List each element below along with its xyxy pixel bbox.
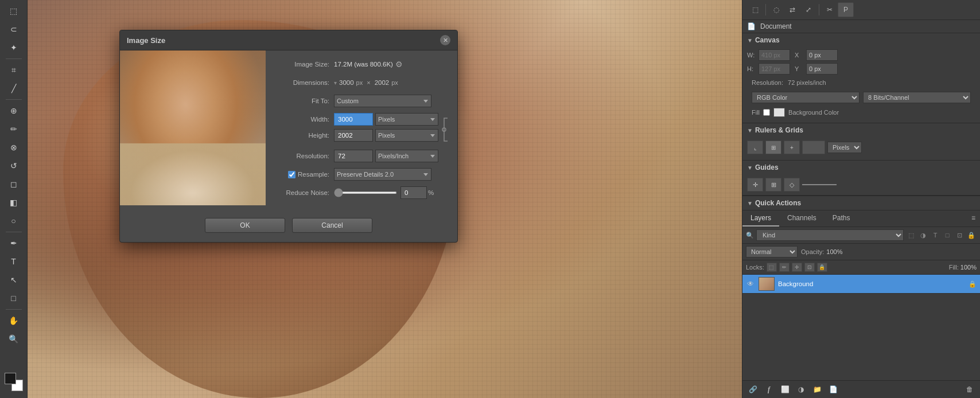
lock-transparent-icon[interactable]: ⬚ [767, 263, 777, 272]
guide-diamond-icon[interactable]: ◇ [784, 178, 800, 192]
tool-clone[interactable]: ⊗ [5, 139, 23, 156]
resolution-unit-select[interactable]: Pixels/Inch Pixels/Centimeter [375, 150, 438, 162]
rtool-expand[interactable]: ⤢ [800, 2, 816, 17]
rtool-link[interactable]: ⇄ [784, 2, 800, 17]
fill-row: Fill Background Color [747, 106, 975, 120]
gear-button[interactable]: ⚙ [393, 60, 405, 69]
tab-layers[interactable]: Layers [742, 210, 779, 227]
tool-marquee[interactable]: ⬚ [5, 2, 23, 19]
tool-crop[interactable]: ⌗ [5, 61, 23, 79]
guide-cross-icon[interactable]: ✛ [747, 178, 763, 192]
lock-image-icon[interactable]: ✏ [779, 263, 790, 272]
ok-button[interactable]: OK [205, 218, 285, 233]
rulers-section-header[interactable]: ▼ Rulers & Grids [742, 123, 980, 137]
rtool-bubble[interactable]: ◌ [768, 2, 784, 17]
layer-visibility-icon[interactable]: 👁 [746, 279, 755, 288]
canvas-section-header[interactable]: ▼ Canvas [742, 33, 980, 47]
ruler-unit-select[interactable]: Pixels Inches Centimeters [827, 142, 862, 153]
foreground-swatch[interactable] [5, 373, 16, 384]
x-input[interactable] [806, 49, 838, 61]
tool-brush[interactable]: ✏ [5, 120, 23, 138]
lock-artboard-icon[interactable]: ⊡ [804, 263, 815, 272]
dim-dropdown-icon[interactable]: ▾ [334, 80, 337, 86]
blend-mode-select[interactable]: Normal Dissolve Multiply Screen [746, 246, 798, 257]
width-unit-select[interactable]: Pixels Inches Centimeters Percent [375, 113, 438, 126]
delete-layer-button[interactable]: 🗑 [963, 383, 977, 396]
tab-channels[interactable]: Channels [779, 210, 825, 227]
width-input[interactable]: 3000 [334, 113, 373, 126]
link-bracket-area[interactable] [440, 112, 452, 147]
noise-value-input[interactable] [400, 186, 427, 199]
rtool-frame[interactable]: ⬚ [747, 2, 763, 17]
tool-type[interactable]: T [5, 253, 23, 270]
layer-filter-type[interactable]: T [930, 232, 940, 239]
tool-history[interactable]: ↺ [5, 157, 23, 174]
rulers-content: ⌞ ⊞ + Pixels Inches Centimeters [742, 137, 980, 160]
layers-kind-select[interactable]: Kind Name Effect [756, 229, 904, 241]
bits-select[interactable]: 8 Bits/Channel 16 Bits/Channel 32 Bits/C… [863, 92, 971, 103]
noise-percent: % [428, 189, 437, 196]
resolution-input[interactable]: 72 [334, 150, 373, 162]
ruler-grid-icon[interactable]: ⊞ [765, 141, 781, 154]
layer-filter-adjust[interactable]: ◑ [918, 232, 928, 239]
resample-row: Resample: Automatic Preserve Details 2.0… [275, 167, 452, 181]
quick-actions-header[interactable]: ▼ Quick Actions [742, 196, 980, 210]
layer-filter-smart[interactable]: ⊡ [954, 232, 965, 239]
resolution-label-panel: Resolution: [752, 79, 783, 86]
rtool-wand[interactable]: P [838, 2, 854, 17]
y-input[interactable] [806, 63, 838, 75]
w-input[interactable] [759, 49, 790, 61]
adjustment-layer-button[interactable]: ◑ [794, 383, 808, 396]
resample-checkbox[interactable] [288, 171, 295, 178]
ruler-plus-icon[interactable]: + [784, 141, 800, 154]
height-label: Height: [275, 132, 329, 139]
rtool-scissors[interactable]: ✂ [822, 2, 838, 17]
tool-lasso[interactable]: ⊂ [5, 21, 23, 38]
h-input[interactable] [759, 63, 790, 75]
tool-shape[interactable]: □ [5, 290, 23, 307]
guides-section-header[interactable]: ▼ Guides [742, 161, 980, 174]
fg-bg-swatches[interactable] [5, 373, 23, 391]
cancel-button[interactable]: Cancel [292, 218, 372, 233]
tool-healing[interactable]: ⊕ [5, 102, 23, 119]
fill-checkbox[interactable] [763, 109, 770, 116]
tool-eraser[interactable]: ◻ [5, 175, 23, 193]
link-layers-button[interactable]: 🔗 [746, 383, 760, 396]
layers-tab-menu[interactable]: ≡ [967, 210, 980, 227]
tool-pen[interactable]: ✒ [5, 235, 23, 252]
dialog-close-button[interactable]: ✕ [440, 35, 450, 45]
layer-thumbnail [759, 277, 775, 291]
layer-filter-shape[interactable]: □ [942, 232, 952, 239]
tool-dodge[interactable]: ○ [5, 212, 23, 229]
guides-section: ▼ Guides ✛ ⊞ ◇ [742, 161, 980, 196]
guide-grid-icon[interactable]: ⊞ [765, 178, 781, 192]
tool-path-select[interactable]: ↖ [5, 271, 23, 288]
new-layer-button[interactable]: 📄 [826, 383, 840, 396]
mode-select[interactable]: RGB Color CMYK Color Grayscale [752, 92, 860, 103]
ruler-blank-icon[interactable] [802, 141, 825, 154]
layer-filter-pixel[interactable]: ⬚ [906, 232, 916, 239]
new-group-button[interactable]: 📁 [810, 383, 824, 396]
layer-item-background[interactable]: 👁 Background 🔒 [742, 275, 980, 294]
tool-zoom[interactable]: 🔍 [5, 330, 23, 348]
ruler-corner-icon[interactable]: ⌞ [747, 141, 763, 154]
resample-select[interactable]: Automatic Preserve Details 2.0 Bicubic S… [334, 168, 431, 181]
layer-effects-button[interactable]: f [762, 383, 776, 396]
wxy-fields: W: X [747, 49, 975, 61]
fill-color-swatch[interactable] [773, 108, 785, 117]
add-mask-button[interactable]: ⬜ [778, 383, 792, 396]
lock-position-icon[interactable]: ✛ [792, 263, 802, 272]
height-unit-select[interactable]: Pixels Inches Centimeters Percent [375, 129, 438, 142]
tool-gradient[interactable]: ◧ [5, 194, 23, 211]
layer-list: 👁 Background 🔒 [742, 275, 980, 380]
layer-filter-lock[interactable]: 🔒 [966, 232, 977, 239]
tool-magic-wand[interactable]: ✦ [5, 39, 23, 56]
tool-hand[interactable]: ✋ [5, 312, 23, 329]
lock-all-icon[interactable]: 🔒 [817, 263, 827, 272]
dialog-body: Image Size: 17.2M (was 800.6K) ⚙ Dimensi… [120, 50, 457, 211]
noise-slider[interactable] [334, 192, 397, 194]
height-input[interactable]: 2002 [334, 129, 373, 142]
tool-eyedropper[interactable]: ╱ [5, 80, 23, 97]
tab-paths[interactable]: Paths [825, 210, 858, 227]
fit-to-select[interactable]: Custom Default Photoshop Size US Paper [334, 95, 431, 107]
